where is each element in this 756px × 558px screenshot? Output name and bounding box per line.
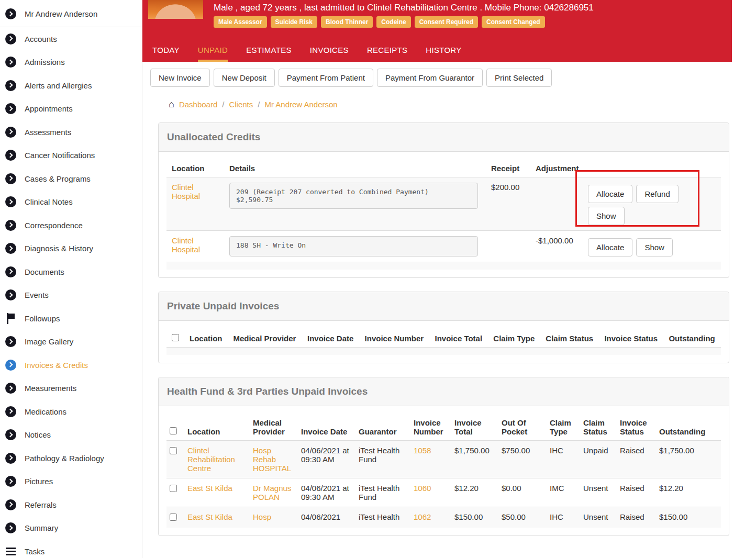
location-link[interactable]: Clintel Hospital <box>172 236 200 254</box>
provider-link[interactable]: Hosp <box>253 512 271 521</box>
sidebar-item-label: Diagnosis & History <box>25 244 93 253</box>
sidebar-item-summary[interactable]: Summary <box>0 517 142 540</box>
sidebar-item-accounts[interactable]: Accounts <box>0 27 142 51</box>
out-of-pocket: $0.00 <box>498 478 547 507</box>
column-header: Invoice Status <box>599 329 663 348</box>
chevron-right-circle-icon <box>5 243 16 254</box>
location-link[interactable]: East St Kilda <box>187 484 232 493</box>
sidebar-item-alerts-and-allergies[interactable]: Alerts and Allergies <box>0 74 142 97</box>
provider-link[interactable]: Dr Magnus POLAN <box>253 484 291 501</box>
sidebar-item-invoices-and-credits[interactable]: Invoices & Credits <box>0 353 142 377</box>
sidebar-item-appointments[interactable]: Appointments <box>0 97 142 121</box>
chevron-right-circle-icon <box>5 80 16 91</box>
select-all-checkbox[interactable] <box>172 334 179 341</box>
sidebar-item-followups[interactable]: Followups <box>0 307 142 330</box>
chevron-right-circle-icon <box>5 336 16 347</box>
refund-button[interactable]: Refund <box>636 185 678 203</box>
sidebar-item-clinical-notes[interactable]: Clinical Notes <box>0 191 142 214</box>
sidebar-item-pictures[interactable]: Pictures <box>0 470 142 494</box>
badge-suicide-risk: Suicide Risk <box>271 16 317 28</box>
column-header: Adjustment <box>530 160 583 177</box>
action-toolbar: New Invoice New Deposit Payment From Pat… <box>142 62 732 87</box>
tab-history[interactable]: HISTORY <box>426 40 461 62</box>
outstanding: $150.00 <box>656 507 721 528</box>
sidebar-item-events[interactable]: Events <box>0 284 142 307</box>
breadcrumb-link-clients[interactable]: Clients <box>229 100 253 109</box>
print-selected-button[interactable]: Print Selected <box>486 69 552 87</box>
column-header: Location <box>184 414 250 441</box>
badge-codeine: Codeine <box>376 16 410 28</box>
claim-type: IMC <box>547 478 580 507</box>
invoice-total: $12.20 <box>451 478 498 507</box>
health-fund-invoices-table: Location Medical Provider Invoice Date G… <box>166 414 721 528</box>
adjustment-amount <box>530 177 583 231</box>
sidebar-item-notices[interactable]: Notices <box>0 423 142 447</box>
payment-from-guarantor-button[interactable]: Payment From Guarantor <box>377 69 483 87</box>
select-all-checkbox[interactable] <box>170 427 177 434</box>
show-button[interactable]: Show <box>636 238 673 256</box>
column-header: Outstanding <box>663 329 721 348</box>
location-link[interactable]: East St Kilda <box>187 512 232 521</box>
sidebar-item-label: Correspondence <box>25 221 83 230</box>
sidebar-item-correspondence[interactable]: Correspondence <box>0 214 142 237</box>
sidebar-item-documents[interactable]: Documents <box>0 260 142 284</box>
chevron-right-circle-icon <box>5 173 16 184</box>
guarantor: iTest Health Fund <box>355 478 410 507</box>
sidebar-item-assessments[interactable]: Assessments <box>0 120 142 144</box>
sidebar-item-label: Measurements <box>25 384 76 393</box>
row-checkbox[interactable] <box>170 514 177 521</box>
allocate-button[interactable]: Allocate <box>588 185 632 203</box>
sidebar-item-admissions[interactable]: Admissions <box>0 51 142 74</box>
sidebar-item-image-gallery[interactable]: Image Gallery <box>0 330 142 354</box>
column-header <box>583 160 721 177</box>
sidebar-item-referrals[interactable]: Referrals <box>0 493 142 517</box>
breadcrumb-current-patient[interactable]: Mr Andrew Anderson <box>264 100 337 109</box>
new-invoice-button[interactable]: New Invoice <box>150 69 210 87</box>
tab-receipts[interactable]: RECEIPTS <box>367 40 407 62</box>
outstanding: $12.20 <box>656 478 721 507</box>
sidebar-item-cases-and-programs[interactable]: Cases & Programs <box>0 167 142 191</box>
chevron-right-circle-icon <box>5 57 16 68</box>
sidebar-item-medications[interactable]: Medications <box>0 400 142 423</box>
tab-invoices[interactable]: INVOICES <box>310 40 349 62</box>
invoice-number-link[interactable]: 1062 <box>414 512 431 521</box>
column-header: Invoice Total <box>451 414 498 441</box>
column-header: Invoice Status <box>617 414 656 441</box>
list-icon <box>5 546 16 557</box>
sidebar-item-tasks[interactable]: Tasks <box>0 540 142 558</box>
sidebar-item-diagnosis-and-history[interactable]: Diagnosis & History <box>0 237 142 261</box>
chevron-right-circle-icon <box>5 522 16 533</box>
row-checkbox[interactable] <box>170 447 177 454</box>
sidebar-item-label: Accounts <box>25 35 57 43</box>
payment-from-patient-button[interactable]: Payment From Patient <box>279 69 373 87</box>
new-deposit-button[interactable]: New Deposit <box>214 69 275 87</box>
sidebar-item-label: Notices <box>25 430 51 439</box>
sidebar-item-label: Summary <box>25 523 58 532</box>
location-link[interactable]: Clintel Rehabilitation Centre <box>187 446 235 473</box>
alert-badges: Male Assessor Suicide Risk Blood Thinner… <box>214 16 545 28</box>
credit-row: Clintel Hospital 209 (Receipt 207 conver… <box>166 177 721 231</box>
invoice-number-link[interactable]: 1060 <box>414 484 431 493</box>
sidebar-item-label: Clinical Notes <box>25 197 73 206</box>
tab-today[interactable]: TODAY <box>152 40 180 62</box>
tab-estimates[interactable]: ESTIMATES <box>246 40 292 62</box>
provider-link[interactable]: Hosp Rehab HOSPITAL <box>253 446 291 473</box>
breadcrumb-link-dashboard[interactable]: Dashboard <box>179 100 217 109</box>
column-header: Claim Type <box>488 329 540 348</box>
private-unpaid-invoices-table: Location Medical Provider Invoice Date I… <box>166 329 721 355</box>
panel-body: Location Medical Provider Invoice Date I… <box>159 321 729 363</box>
invoice-number-link[interactable]: 1058 <box>414 446 431 455</box>
sidebar-item-measurements[interactable]: Measurements <box>0 377 142 400</box>
sidebar-item-cancer-notifications[interactable]: Cancer Notifications <box>0 144 142 168</box>
sidebar-item-patient[interactable]: Mr Andrew Anderson <box>0 1 142 27</box>
sidebar-item-label: Documents <box>25 267 64 276</box>
row-checkbox[interactable] <box>170 485 177 492</box>
home-icon[interactable] <box>169 99 174 109</box>
show-button[interactable]: Show <box>588 207 625 225</box>
out-of-pocket: $50.00 <box>498 507 547 528</box>
tab-unpaid[interactable]: UNPAID <box>198 40 228 62</box>
sidebar-item-pathology-and-radiology[interactable]: Pathology & Radiology <box>0 447 142 470</box>
allocate-button[interactable]: Allocate <box>588 238 632 256</box>
claim-type: IHC <box>547 507 580 528</box>
location-link[interactable]: Clintel Hospital <box>172 183 200 200</box>
